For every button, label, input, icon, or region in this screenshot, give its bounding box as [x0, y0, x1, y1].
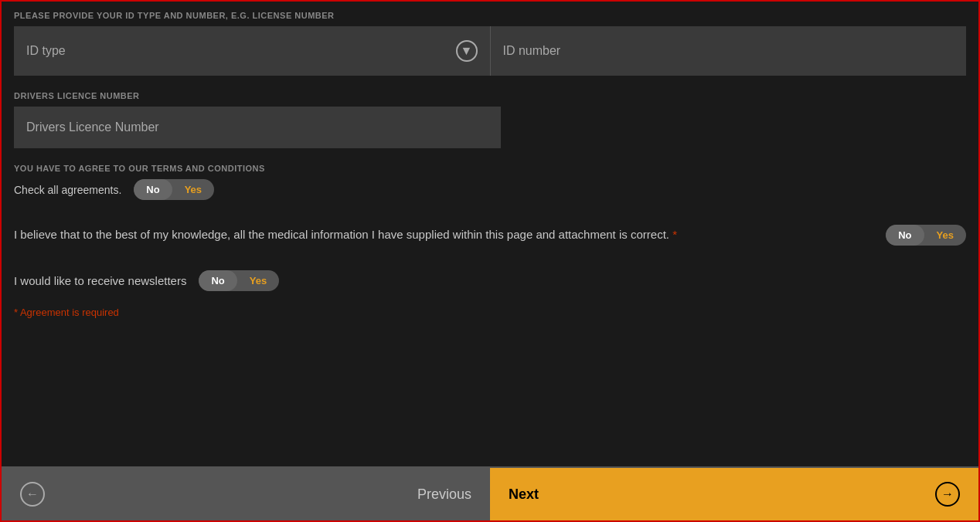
drivers-licence-section: DRIVERS LICENCE NUMBER [14, 91, 966, 148]
terms-section: YOU HAVE TO AGREE TO OUR TERMS AND CONDI… [14, 164, 966, 200]
medical-section: I believe that to the best of my knowled… [14, 215, 966, 255]
previous-icon: ← [20, 482, 45, 507]
newsletter-section: I would like to receive newsletters No Y… [14, 270, 966, 291]
terms-yes-button[interactable]: Yes [172, 179, 214, 200]
previous-button[interactable]: ← Previous [2, 468, 490, 520]
medical-no-button[interactable]: No [886, 225, 924, 246]
agreement-row: Check all agreements. No Yes [14, 179, 966, 200]
check-all-label: Check all agreements. [14, 184, 121, 196]
next-icon: → [935, 482, 960, 507]
id-number-input[interactable] [491, 26, 967, 76]
newsletter-no-button[interactable]: No [199, 270, 236, 291]
newsletter-yes-button[interactable]: Yes [237, 270, 279, 291]
terms-label: YOU HAVE TO AGREE TO OUR TERMS AND CONDI… [14, 164, 966, 173]
medical-toggle-group: No Yes [886, 225, 966, 246]
drivers-licence-input[interactable] [14, 107, 501, 148]
footer: ← Previous Next → [2, 466, 978, 520]
agreement-error: * Agreement is required [14, 307, 966, 318]
main-content: PLEASE PROVIDE YOUR ID TYPE AND NUMBER, … [2, 2, 978, 466]
id-type-dropdown[interactable]: ID type ▼ [14, 26, 491, 76]
next-label: Next [509, 486, 539, 503]
id-type-header-label: PLEASE PROVIDE YOUR ID TYPE AND NUMBER, … [14, 11, 966, 20]
dropdown-arrow-icon: ▼ [456, 40, 478, 62]
previous-label: Previous [417, 486, 471, 503]
medical-text: I believe that to the best of my knowled… [14, 226, 677, 244]
id-type-placeholder: ID type [26, 44, 66, 58]
terms-no-button[interactable]: No [134, 179, 172, 200]
drivers-licence-label: DRIVERS LICENCE NUMBER [14, 91, 966, 100]
medical-required-star: * [672, 228, 677, 241]
medical-yes-button[interactable]: Yes [924, 225, 966, 246]
newsletter-toggle-group: No Yes [199, 270, 279, 291]
id-row: ID type ▼ [14, 26, 966, 76]
terms-toggle-group: No Yes [134, 179, 214, 200]
next-button[interactable]: Next → [490, 468, 978, 520]
newsletter-label: I would like to receive newsletters [14, 274, 186, 287]
